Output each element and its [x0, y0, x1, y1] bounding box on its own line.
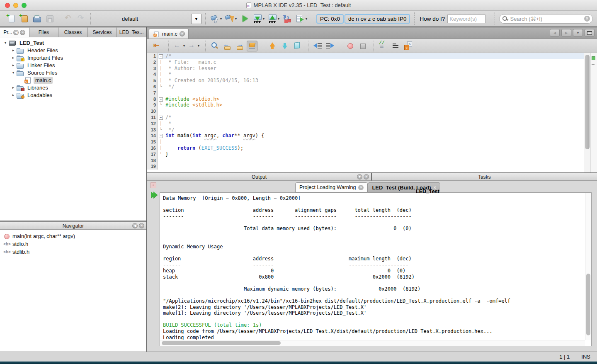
tree-item-loadables[interactable]: ▸●Loadables [0, 91, 146, 99]
find-next-button[interactable] [234, 41, 245, 51]
new-project-button[interactable] [19, 13, 29, 24]
refresh-debug-tool-button[interactable] [282, 13, 293, 24]
fold-marker-icon[interactable]: │ [158, 59, 164, 66]
code-line-1[interactable]: 1/* [147, 53, 584, 59]
back-dropdown-caret-icon[interactable]: ▾ [183, 44, 185, 48]
minimize-window-icon[interactable] [13, 3, 18, 8]
code-editor[interactable]: 1/*2│ * File: main.c3│ * Author: lesser4… [147, 53, 597, 172]
code-line-19[interactable]: 19 [147, 163, 584, 170]
find-previous-button[interactable] [222, 41, 233, 51]
expand-arrow-icon[interactable]: ▸ [10, 63, 16, 67]
zoom-window-icon[interactable] [22, 3, 27, 8]
search-input[interactable] [510, 16, 584, 22]
rerun-build-button[interactable] [151, 192, 156, 198]
panel-tab-services[interactable]: Services [88, 27, 117, 37]
debug-project-button[interactable]: ▾ [295, 13, 308, 24]
output-console[interactable]: Data Memory [Origin = 0x800, Length = 0x… [160, 192, 592, 346]
tree-item-linker-files[interactable]: ▸Linker Files [0, 61, 146, 69]
expand-arrow-icon[interactable]: ▸ [10, 48, 16, 52]
panel-tab-files[interactable]: Files [29, 27, 59, 37]
previous-bookmark-button[interactable] [267, 41, 278, 51]
output-horizontal-scrollbar[interactable] [160, 340, 585, 346]
fold-marker-icon[interactable]: └ [158, 84, 164, 90]
close-editor-tab-icon[interactable]: × [180, 31, 185, 36]
find-selection-button[interactable] [209, 41, 220, 51]
debug-project-dropdown-caret-icon[interactable]: ▾ [306, 17, 307, 21]
keyword-input[interactable] [447, 15, 485, 23]
code-line-6[interactable]: 6└ */ [147, 84, 584, 90]
build-project-button[interactable]: ▾ [209, 13, 222, 24]
toggle-header-source-button[interactable] [403, 41, 413, 51]
expand-arrow-icon[interactable]: ▸ [10, 93, 16, 97]
build-project-dropdown-caret-icon[interactable]: ▾ [220, 17, 222, 21]
tree-item-led-test[interactable]: ▾LED_Test [0, 39, 146, 46]
output-tab-project-loading-warning[interactable]: Project Loading Warning× [295, 182, 368, 192]
search-field[interactable]: ▾ × [499, 14, 593, 24]
code-line-5[interactable]: 5│ * Created on 2015/04/15, 16:13 [147, 78, 584, 84]
back-button[interactable]: ▾ [172, 41, 185, 51]
clean-build-button[interactable]: ▾ [224, 13, 237, 24]
tree-item-libraries[interactable]: ▸▪Libraries [0, 84, 146, 91]
code-line-15[interactable]: 15│ [147, 139, 584, 145]
close-navigator-icon[interactable]: × [139, 223, 144, 228]
configuration-select[interactable]: default ▼ [122, 12, 201, 25]
code-line-8[interactable]: 8#include <stdio.h> [147, 96, 584, 102]
tasks-panel-header[interactable]: Tasks [372, 173, 597, 181]
shift-line-right-button[interactable] [325, 41, 335, 51]
close-window-icon[interactable] [5, 3, 10, 8]
fold-marker-icon[interactable]: └ [158, 127, 164, 133]
output-vscrollbar-thumb[interactable] [586, 274, 590, 335]
toggle-bookmark-button[interactable] [292, 41, 303, 51]
save-all-button[interactable] [44, 13, 55, 24]
read-device-memory-dropdown-caret-icon[interactable]: ▾ [278, 17, 279, 21]
code-line-16[interactable]: 16│ return (EXIT_SUCCESS); [147, 145, 584, 151]
no-errors-indicator[interactable] [592, 56, 595, 60]
output-vertical-scrollbar[interactable] [585, 193, 591, 340]
tree-item-source-files[interactable]: ▾Source Files [0, 69, 146, 76]
undo-button[interactable] [63, 13, 74, 24]
configuration-dropdown-button[interactable]: ▼ [191, 14, 201, 24]
fold-marker-icon[interactable] [158, 114, 164, 121]
tree-item-important-files[interactable]: ▸!Important Files [0, 54, 146, 61]
scroll-tabs-left-button[interactable]: ◀ [550, 29, 560, 36]
clear-search-icon[interactable]: × [584, 16, 590, 22]
navigator-header[interactable]: Navigator ◀ × [0, 222, 146, 230]
code-line-7[interactable]: 7 [147, 90, 584, 96]
code-line-14[interactable]: 14int main(int argc, char** argv) { [147, 133, 584, 139]
collapse-arrow-icon[interactable]: ▾ [2, 41, 8, 45]
tree-item-header-files[interactable]: ▸Header Files [0, 46, 146, 54]
code-line-4[interactable]: 4│ * [147, 71, 584, 78]
goto-last-edit-button[interactable] [152, 41, 163, 51]
forward-button[interactable]: ▾ [187, 41, 200, 51]
forward-dropdown-caret-icon[interactable]: ▾ [198, 44, 199, 48]
editor-tab-main-c[interactable]: c main.c × [149, 29, 189, 39]
editor-vertical-scrollbar[interactable] [584, 53, 590, 172]
code-line-12[interactable]: 12│ * [147, 121, 584, 127]
panel-tab-pr[interactable]: Pr...◀× [0, 27, 29, 37]
tree-item-main-c[interactable]: cmain.c [0, 76, 146, 84]
expand-arrow-icon[interactable]: ▸ [10, 85, 16, 90]
navigator-item-main-int-argc-char-argv[interactable]: main(int argc, char** argv) [3, 232, 146, 240]
shift-line-left-button[interactable] [312, 41, 323, 51]
make-program-device-button[interactable]: ▾ [252, 13, 265, 24]
scroll-tabs-right-button[interactable]: ▶ [561, 29, 571, 36]
code-line-3[interactable]: 3│ * Author: lesser [147, 66, 584, 72]
fold-marker-icon[interactable]: │ [158, 139, 164, 145]
fold-marker-icon[interactable]: │ [158, 145, 164, 151]
code-line-2[interactable]: 2│ * File: main.c [147, 59, 584, 66]
title-bar[interactable]: MPLAB X IDE v2.35 - LED_Test : default [0, 0, 597, 11]
fold-marker-icon[interactable] [158, 96, 164, 102]
minimize-projects-icon[interactable]: ◀ [13, 30, 19, 35]
navigator-item-stdio-h[interactable]: <h>stdio.h [3, 240, 146, 248]
tab-list-dropdown-button[interactable]: ▾ [573, 29, 583, 36]
format-code-button[interactable] [390, 41, 401, 51]
code-line-9[interactable]: 9└#include <stdlib.h> [147, 102, 584, 108]
minimize-navigator-icon[interactable]: ◀ [132, 223, 138, 228]
fold-marker-icon[interactable] [158, 53, 164, 59]
fold-marker-icon[interactable] [158, 133, 164, 139]
open-project-button[interactable] [32, 13, 42, 24]
close-tab-icon[interactable]: × [358, 185, 364, 190]
fold-marker-icon[interactable]: │ [158, 71, 164, 78]
redo-button[interactable] [76, 13, 87, 24]
panel-tab-classes[interactable]: Classes [58, 27, 88, 37]
